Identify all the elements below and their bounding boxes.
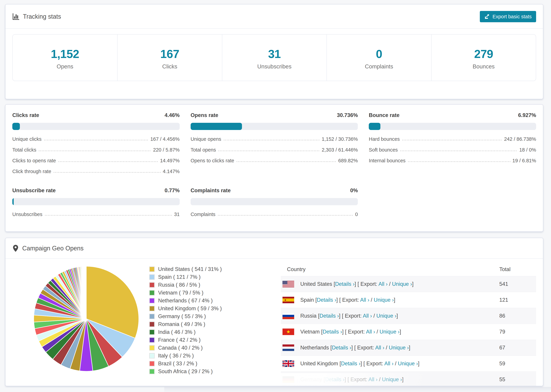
geo-total-cell: 86 — [499, 313, 536, 319]
geo-table-row: Vietnam [Details ›] [ Export: All › / Un… — [281, 324, 536, 340]
details-link[interactable]: Details › — [325, 377, 345, 382]
export-unique-link[interactable]: Unique › — [398, 361, 418, 366]
stat-value: 279 — [433, 47, 534, 61]
geo-table-rows: United States [Details ›] [ Export: All … — [281, 276, 536, 386]
rate-head: Complaints rate 0% — [191, 188, 358, 194]
legend-item: Germany ( 55 / 3% ) — [149, 313, 270, 320]
rate-title: Complaints rate — [191, 188, 231, 194]
rate-metric-row: Click through rate 4.147% — [12, 166, 180, 177]
export-unique-link[interactable]: Unique › — [376, 313, 396, 319]
dotted-leader — [38, 151, 151, 151]
total-column-header: Total — [499, 266, 536, 273]
details-link[interactable]: Details › — [341, 361, 360, 366]
rate-rows: Unique clicks 167 / 4.456% Total clicks … — [12, 134, 180, 177]
stat-cell: 0 Complaints — [326, 35, 431, 81]
legend-swatch — [149, 329, 155, 335]
rate-metric-value: 14.497% — [160, 158, 180, 163]
rate-progress-track — [12, 198, 180, 205]
export-unique-link[interactable]: Unique › — [380, 329, 400, 335]
geo-pie[interactable] — [31, 264, 141, 373]
rate-value: 0.77% — [165, 188, 180, 194]
rate-metric-value: 19 / 6.81% — [512, 158, 536, 163]
legend-label: Netherlands ( 67 / 4% ) — [158, 298, 213, 304]
stat-value: 1,152 — [14, 47, 115, 61]
stat-cell: 1,152 Opens — [13, 35, 117, 81]
geo-table: Country Total United States [Details ›] … — [281, 263, 536, 386]
rate-metric-label: Hard bounces — [369, 136, 400, 142]
export-unique-link[interactable]: Unique › — [389, 345, 409, 351]
dotted-leader — [53, 172, 161, 173]
geo-total-cell: 541 — [499, 281, 536, 287]
export-all-link[interactable]: All › — [384, 361, 393, 366]
legend-item: Vietnam ( 79 / 5% ) — [149, 290, 270, 296]
rate-progress-fill — [12, 123, 20, 130]
rate-metric-label: Soft bounces — [369, 147, 398, 153]
export-icon — [484, 14, 490, 20]
legend-label: Germany ( 55 / 3% ) — [158, 313, 206, 320]
details-link[interactable]: Details › — [332, 345, 351, 351]
export-unique-link[interactable]: Unique › — [374, 297, 394, 303]
legend-item: Russia ( 86 / 5% ) — [149, 282, 270, 288]
legend-item: Spain ( 121 / 7% ) — [149, 274, 270, 280]
legend-swatch — [149, 298, 155, 303]
rate-metric-row: Unique opens 1,152 / 30.736% — [191, 134, 358, 145]
export-prefix: Export: — [349, 377, 368, 382]
country-flag-icon — [283, 297, 294, 303]
legend-swatch — [149, 361, 155, 366]
rate-metric-label: Click through rate — [12, 169, 51, 174]
rate-rows: Hard bounces 242 / 86.738% Soft bounces … — [369, 134, 536, 166]
rate-metric-label: Unique opens — [191, 136, 221, 142]
pie-slice[interactable] — [86, 266, 86, 319]
rate-head: Bounce rate 6.927% — [369, 112, 536, 118]
tracking-stats-header: Tracking stats Export basic stats — [6, 4, 543, 29]
geo-total-cell: 67 — [499, 345, 536, 351]
rate-title: Clicks rate — [12, 112, 39, 118]
export-prefix: Export: — [359, 281, 379, 287]
rate-metric-label: Internal bounces — [369, 158, 405, 163]
details-link[interactable]: Details › — [335, 281, 354, 287]
rate-metric-label: Complaints — [191, 211, 215, 217]
export-prefix: Export: — [346, 329, 366, 335]
rate-head: Unsubscribe rate 0.77% — [12, 188, 180, 194]
stat-value: 167 — [119, 47, 220, 61]
rate-metric-row: Complaints 0 — [191, 209, 358, 220]
rate-value: 30.736% — [337, 112, 358, 118]
rate-block: Complaints rate 0% Complaints 0 — [191, 188, 358, 220]
export-prefix: Export: — [356, 345, 375, 351]
rate-progress-fill — [12, 198, 14, 205]
legend-swatch — [149, 306, 155, 311]
legend-swatch — [149, 369, 155, 374]
rate-progress-fill — [369, 123, 380, 130]
legend-item: India ( 46 / 3% ) — [149, 329, 270, 335]
stat-label: Unsubscribes — [224, 63, 325, 70]
geo-country-cell: United Kingdom [Details ›] [ Export: All… — [300, 361, 499, 367]
export-all-link[interactable]: All › — [363, 313, 372, 319]
rate-metric-value: 31 — [174, 211, 179, 217]
geo-table-row: Russia [Details ›] [ Export: All › / Uni… — [281, 308, 536, 324]
details-link[interactable]: Details › — [317, 297, 336, 303]
export-all-link[interactable]: All › — [368, 377, 377, 382]
stat-cell: 167 Clicks — [117, 35, 222, 81]
rate-metric-label: Clicks to opens rate — [12, 158, 56, 163]
details-link[interactable]: Details › — [319, 313, 339, 319]
country-flag-icon — [283, 313, 294, 319]
export-all-link[interactable]: All › — [366, 329, 375, 335]
geo-pie-wrap — [12, 263, 149, 373]
export-unique-link[interactable]: Unique › — [382, 377, 402, 382]
rate-metric-value: 689.82% — [338, 158, 358, 163]
export-all-link[interactable]: All › — [375, 345, 384, 351]
export-basic-stats-button[interactable]: Export basic stats — [480, 11, 536, 22]
geo-opens-title-row: Campaign Geo Opens — [12, 245, 84, 252]
export-all-link[interactable]: All › — [360, 297, 369, 303]
rate-value: 4.46% — [165, 112, 180, 118]
details-link[interactable]: Details › — [323, 329, 342, 335]
export-unique-link[interactable]: Unique › — [392, 281, 412, 287]
legend-label: Spain ( 121 / 7% ) — [158, 274, 201, 280]
legend-item: United Kingdom ( 59 / 3% ) — [149, 305, 270, 312]
rate-metric-row: Hard bounces 242 / 86.738% — [369, 134, 536, 145]
stat-value: 31 — [224, 47, 325, 61]
export-all-link[interactable]: All › — [379, 281, 388, 287]
geo-country-cell: United States [Details ›] [ Export: All … — [300, 281, 499, 287]
rate-metric-row: Opens to clicks rate 689.82% — [191, 155, 358, 166]
dotted-leader — [44, 215, 172, 216]
